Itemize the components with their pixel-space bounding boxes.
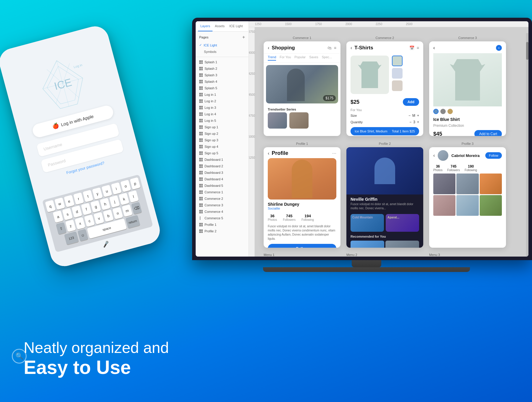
tab-popular[interactable]: Popular xyxy=(294,55,306,61)
layer-commerce2[interactable]: Commerce 2 xyxy=(196,195,249,202)
layer-commerce5[interactable]: Commerce 5 xyxy=(196,215,249,221)
layer-signup5[interactable]: Sign up 5 xyxy=(196,150,249,156)
layer-login3[interactable]: Log in 3 xyxy=(196,104,249,111)
layer-splash4[interactable]: Splash 4 xyxy=(196,78,249,85)
bag-icon[interactable]: 🛍 xyxy=(327,46,332,50)
kb-k[interactable]: k xyxy=(119,193,129,205)
size-plus[interactable]: + xyxy=(417,114,419,118)
tsf-thumb3[interactable] xyxy=(392,80,403,91)
kb-f[interactable]: f xyxy=(81,203,92,215)
kb-r[interactable]: r xyxy=(73,192,84,205)
layer-dashboard5[interactable]: Dashboard 5 xyxy=(196,182,249,189)
kb-u[interactable]: u xyxy=(101,185,112,197)
tsf-thumb2[interactable] xyxy=(392,68,403,79)
kb-h[interactable]: h xyxy=(100,198,111,210)
kb-c[interactable]: c xyxy=(84,215,95,227)
kb-return[interactable]: return xyxy=(125,215,140,228)
kb-123[interactable]: 123 xyxy=(64,231,79,245)
kb-g[interactable]: g xyxy=(90,200,101,213)
kb-l[interactable]: l xyxy=(128,190,139,202)
add-page-button[interactable]: + xyxy=(242,35,245,40)
tsf-add-button[interactable]: Add xyxy=(403,98,419,106)
kb-e[interactable]: e xyxy=(64,195,74,207)
kb-v[interactable]: v xyxy=(93,212,104,224)
size-minus[interactable]: − xyxy=(408,114,411,118)
kb-x[interactable]: x xyxy=(75,217,85,229)
kb-b[interactable]: b xyxy=(103,210,113,222)
kb-z[interactable]: z xyxy=(65,220,76,232)
qty-plus[interactable]: + xyxy=(417,120,419,124)
kb-m[interactable]: m xyxy=(122,205,132,217)
c3-color3[interactable] xyxy=(447,109,453,114)
layer-signup4[interactable]: Sign up 4 xyxy=(196,143,249,150)
tsf-thumbs xyxy=(392,56,403,94)
p3f-follow-button[interactable]: Follow xyxy=(485,152,502,159)
layer-login5[interactable]: Log in 5 xyxy=(196,117,249,124)
kb-a[interactable]: a xyxy=(53,210,63,223)
tsf-subtitle: For You xyxy=(346,108,423,112)
menu-icon[interactable]: ≡ xyxy=(334,46,336,50)
layer-commerce3[interactable]: Commerce 3 xyxy=(196,202,249,208)
kb-o[interactable]: o xyxy=(120,180,131,192)
kb-backspace[interactable]: ⌫ xyxy=(131,202,142,214)
layer-splash2[interactable]: Splash 2 xyxy=(196,65,249,72)
tab-layers[interactable]: Layers xyxy=(198,21,213,31)
layer-commerce1[interactable]: Commerce 1 xyxy=(196,189,249,195)
kb-y[interactable]: y xyxy=(92,187,103,200)
kb-p[interactable]: p xyxy=(130,177,140,190)
layer-login1[interactable]: Log in 1 xyxy=(196,91,249,98)
canvas-scrollbar[interactable] xyxy=(526,33,528,257)
layer-profile1[interactable]: Profile 1 xyxy=(196,221,249,228)
tab-ice-light[interactable]: ICE Light xyxy=(227,21,245,31)
pf1-follow-button[interactable]: Follow xyxy=(268,244,336,248)
qty-minus[interactable]: − xyxy=(409,120,411,124)
kb-s[interactable]: s xyxy=(62,208,73,220)
layer-signup1[interactable]: Sign up 1 xyxy=(196,124,249,130)
layer-splash3[interactable]: Splash 3 xyxy=(196,72,249,78)
layer-splash1[interactable]: Splash 1 xyxy=(196,59,249,65)
layer-dashboard1[interactable]: Dashboard 1 xyxy=(196,156,249,163)
tsf-thumb1[interactable] xyxy=(392,56,403,66)
tab-spec[interactable]: Spec... xyxy=(322,55,332,61)
kb-d[interactable]: d xyxy=(72,205,82,218)
list-icon[interactable]: ≡ xyxy=(417,46,419,50)
kb-w[interactable]: w xyxy=(54,197,65,210)
cf1-hero-img: $175 xyxy=(266,65,338,103)
kb-j[interactable]: j xyxy=(109,195,120,208)
layer-dashboard2[interactable]: Dashboard 2 xyxy=(196,163,249,169)
kb-q[interactable]: q xyxy=(45,200,56,212)
layer-login4[interactable]: Log in 4 xyxy=(196,111,249,117)
tab-trend[interactable]: Trend xyxy=(268,55,276,61)
c3-action-icon[interactable]: + xyxy=(496,45,502,51)
kb-emoji[interactable]: ☺ xyxy=(77,229,88,241)
layer-signup2[interactable]: Sign up 2 xyxy=(196,130,249,137)
kb-t[interactable]: t xyxy=(82,190,93,202)
tsf-back-icon[interactable]: ‹ xyxy=(351,45,352,51)
layer-dashboard4[interactable]: Dashboard 4 xyxy=(196,176,249,182)
layer-signup3[interactable]: Sign up 3 xyxy=(196,137,249,143)
p3f-back-icon[interactable]: ‹ xyxy=(433,153,435,158)
c3-add-btn[interactable]: Add to Cart xyxy=(474,130,502,136)
page-item-symbols[interactable]: Symbols xyxy=(196,48,249,55)
scrollbar-thumb[interactable] xyxy=(526,42,528,60)
pf1-following-stat: 194 Following xyxy=(301,214,314,221)
cf1-hero-price: $175 xyxy=(323,95,336,101)
c3-color2[interactable] xyxy=(440,109,446,114)
c3-back-icon[interactable]: ‹ xyxy=(433,45,435,51)
calendar-icon[interactable]: 📅 xyxy=(409,46,414,50)
pf1-menu-icon[interactable]: ⋯ xyxy=(332,151,336,156)
kb-i[interactable]: i xyxy=(111,182,121,195)
layer-splash5[interactable]: Splash 5 xyxy=(196,85,249,91)
cf1-back-icon[interactable]: ‹ xyxy=(268,45,269,51)
tab-assets[interactable]: Assets xyxy=(213,21,227,31)
layer-dashboard3[interactable]: Dashboard 3 xyxy=(196,169,249,176)
page-item-ice-light[interactable]: ✓ ICE Light xyxy=(196,42,249,48)
tab-foryou[interactable]: For You xyxy=(280,55,291,61)
layer-login2[interactable]: Log in 2 xyxy=(196,98,249,104)
kb-n[interactable]: n xyxy=(112,207,123,219)
layer-profile2[interactable]: Profile 2 xyxy=(196,228,249,234)
c3-color1[interactable] xyxy=(433,109,439,114)
kb-shift[interactable]: ⇧ xyxy=(56,222,66,234)
tab-saves[interactable]: Saves xyxy=(309,55,318,61)
layer-commerce4[interactable]: Commerce 4 xyxy=(196,208,249,215)
